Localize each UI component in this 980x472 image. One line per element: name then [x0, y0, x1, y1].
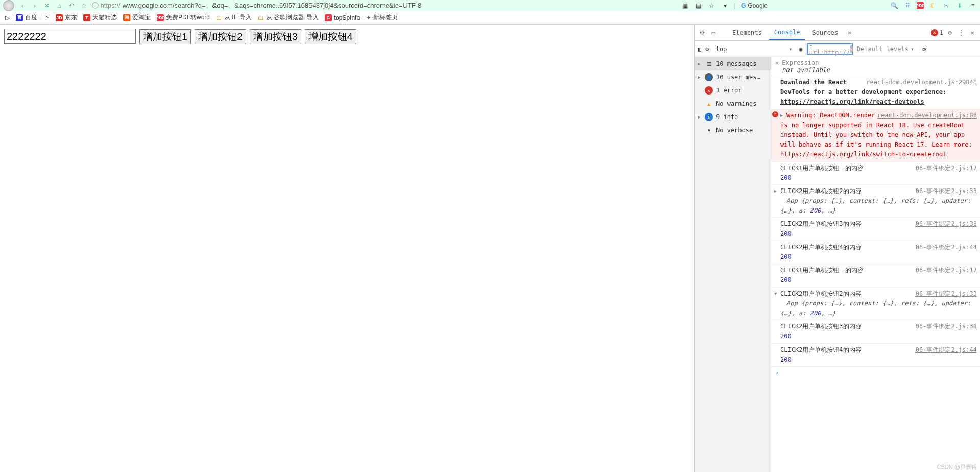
bookmark-newtab[interactable]: ✦新标签页: [366, 13, 398, 22]
scissors-icon[interactable]: ✂: [942, 2, 950, 10]
url-text: www.google.com/search?q=、&oq=、&aqs=chrom…: [123, 1, 422, 10]
bookmark-jd[interactable]: JD京东: [56, 13, 77, 22]
source-link[interactable]: react-dom.development.js:29840: [866, 78, 977, 87]
download-icon[interactable]: ⬇: [955, 2, 964, 10]
text-input[interactable]: [4, 29, 136, 44]
console-sidebar: ▶☰10 messages ▶👤10 user mes… ✕1 error ▲N…: [695, 57, 771, 472]
zoom-icon[interactable]: 🔍: [890, 2, 898, 10]
expand-icon[interactable]: ▶: [774, 187, 777, 195]
sidebar-warnings[interactable]: ▲No warnings: [695, 97, 771, 110]
source-link[interactable]: 06-事件绑定2.js:17: [916, 266, 977, 275]
live-expression-icon[interactable]: ◉: [799, 45, 802, 53]
console-message: 06-事件绑定2.js:33CLICK2用户单机按钮2的内容▶App {prop…: [771, 185, 980, 218]
console-message: react-dom.development.js:29840 Download …: [771, 76, 980, 109]
console-message: 06-事件绑定2.js:44CLICK2用户单机按钮4的内容200: [771, 344, 980, 367]
console-prompt[interactable]: ›: [771, 367, 980, 379]
chevron-down-icon[interactable]: ▾: [721, 2, 729, 10]
source-link[interactable]: 06-事件绑定2.js:44: [916, 345, 977, 355]
browser-toolbar: ‹ › ✕ ⌂ ↶ ☆ ⓘ https:// www.google.com/se…: [0, 0, 980, 11]
source-link[interactable]: 06-事件绑定2.js:17: [916, 163, 977, 173]
console-settings-icon[interactable]: ⚙: [922, 45, 926, 53]
translate-icon[interactable]: ▤: [695, 2, 703, 10]
live-expression: ✕ Expressionnot available: [771, 57, 980, 76]
moon-icon[interactable]: ☾: [929, 2, 937, 10]
source-link[interactable]: 06-事件绑定2.js:33: [916, 186, 977, 196]
forward-icon[interactable]: ›: [31, 2, 39, 9]
page-content: 增加按钮1 增加按钮2 增加按钮3 增加按钮4: [0, 25, 694, 472]
console-message: 06-事件绑定2.js:33CLICK2用户单机按钮2的内容▼App {prop…: [771, 288, 980, 321]
bookmark-baidu[interactable]: 百百度一下: [16, 13, 50, 22]
inspect-icon[interactable]: ⯐: [698, 28, 707, 37]
console-message: 06-事件绑定2.js:17CLICK1用户单机按钮一的内容200: [771, 162, 980, 185]
watermark: CSDN @星辰铸: [937, 463, 977, 471]
source-link[interactable]: 06-事件绑定2.js:44: [916, 243, 977, 252]
settings-icon[interactable]: ⚙: [945, 28, 954, 37]
bookmarks-toggle[interactable]: ▷: [5, 14, 10, 21]
tab-elements[interactable]: Elements: [727, 26, 767, 39]
console-message: 06-事件绑定2.js:17CLICK1用户单机按钮一的内容200: [771, 264, 980, 287]
pdf-icon[interactable]: PDF: [917, 2, 924, 9]
console-message: 06-事件绑定2.js:38CLICK2用户单机按钮3的内容200: [771, 320, 980, 343]
url-protocol: ⓘ https://: [92, 1, 121, 10]
devtools-panel: ⯐ ▭ Elements Console Sources » ✕1 ⚙ ⋮ ✕ …: [694, 25, 980, 472]
kebab-icon[interactable]: ⋮: [957, 28, 966, 37]
react-devtools-link[interactable]: https://reactjs.org/link/react-devtools: [780, 98, 924, 105]
filter-input[interactable]: -url:http://✕: [807, 43, 853, 55]
sidebar-user-messages[interactable]: ▶👤10 user mes…: [695, 70, 771, 84]
address-bar[interactable]: ⓘ https:// www.google.com/search?q=、&oq=…: [92, 1, 677, 10]
reload-icon[interactable]: ↶: [67, 2, 76, 9]
console-error: ✕ ▶ react-dom.development.js:86 Warning:…: [771, 109, 980, 162]
bookmarks-bar: ▷ 百百度一下 JD京东 T天猫精选 淘爱淘宝 PDF免费PDF转word 🗀从…: [0, 11, 980, 25]
tab-sources[interactable]: Sources: [807, 26, 843, 39]
console-message: 06-事件绑定2.js:44CLICK2用户单机按钮4的内容200: [771, 241, 980, 264]
console-output: ✕ Expressionnot available react-dom.deve…: [771, 57, 980, 472]
bookmark-folder-chrome[interactable]: 🗀从 谷歌浏览器 导入: [258, 13, 319, 22]
log-levels[interactable]: Default levels ▾: [857, 45, 914, 53]
add-button-1[interactable]: 增加按钮1: [139, 29, 191, 44]
bookmark-pdf[interactable]: PDF免费PDF转word: [157, 13, 210, 22]
source-link[interactable]: 06-事件绑定2.js:38: [916, 219, 977, 229]
error-icon: ✕: [772, 111, 778, 117]
close-expression-icon[interactable]: ✕: [775, 59, 779, 66]
more-tabs-icon[interactable]: »: [845, 28, 854, 37]
sidebar-messages[interactable]: ▶☰10 messages: [695, 57, 771, 70]
google-search-label[interactable]: GGoogle: [741, 2, 768, 9]
sidebar-info[interactable]: ▶i9 info: [695, 110, 771, 124]
console-message: 06-事件绑定2.js:38CLICK2用户单机按钮3的内容200: [771, 218, 980, 241]
context-selector[interactable]: top▾: [713, 44, 795, 54]
source-link[interactable]: 06-事件绑定2.js:33: [916, 289, 977, 299]
close-icon[interactable]: ✕: [43, 2, 51, 9]
menu-icon[interactable]: ≡: [969, 2, 977, 10]
devtools-tabs: ⯐ ▭ Elements Console Sources » ✕1 ⚙ ⋮ ✕: [695, 25, 980, 41]
tab-console[interactable]: Console: [769, 26, 805, 40]
expand-icon[interactable]: ▶: [780, 112, 783, 119]
home-icon[interactable]: ⌂: [55, 2, 63, 9]
clear-console-icon[interactable]: ⊘: [705, 45, 709, 53]
react-createroot-link[interactable]: https://reactjs.org/link/switch-to-creat…: [780, 151, 946, 158]
bookmark-star-icon[interactable]: ☆: [708, 2, 716, 10]
add-button-2[interactable]: 增加按钮2: [195, 29, 246, 44]
source-link[interactable]: react-dom.development.js:86: [877, 111, 977, 121]
expand-icon[interactable]: ▼: [774, 290, 777, 297]
error-badge[interactable]: ✕1: [931, 29, 943, 36]
add-button-3[interactable]: 增加按钮3: [250, 29, 301, 44]
bookmark-topsp[interactable]: CtopSpInfo: [325, 14, 360, 21]
bookmark-tmall[interactable]: T天猫精选: [83, 13, 117, 22]
star-icon[interactable]: ☆: [80, 2, 88, 9]
source-link[interactable]: 06-事件绑定2.js:38: [916, 322, 977, 332]
add-button-4[interactable]: 增加按钮4: [305, 29, 356, 44]
devtools-close-icon[interactable]: ✕: [968, 28, 977, 37]
back-icon[interactable]: ‹: [18, 2, 27, 9]
sidebar-toggle-icon[interactable]: ◧: [698, 45, 701, 53]
bookmark-folder-ie[interactable]: 🗀从 IE 导入: [216, 13, 252, 22]
sidebar-errors[interactable]: ✕1 error: [695, 84, 771, 97]
device-icon[interactable]: ▭: [709, 28, 718, 37]
console-toolbar: ◧ ⊘ top▾ ◉ -url:http://✕ Default levels …: [695, 41, 980, 57]
qr-icon[interactable]: ▦: [681, 2, 689, 10]
bookmark-aitaobao[interactable]: 淘爱淘宝: [123, 13, 151, 22]
sidebar-verbose[interactable]: ⚑No verbose: [695, 124, 771, 137]
clear-filter-icon[interactable]: ✕: [850, 45, 852, 53]
avatar-icon[interactable]: [3, 0, 14, 11]
apps-icon[interactable]: ⠿: [903, 2, 912, 10]
